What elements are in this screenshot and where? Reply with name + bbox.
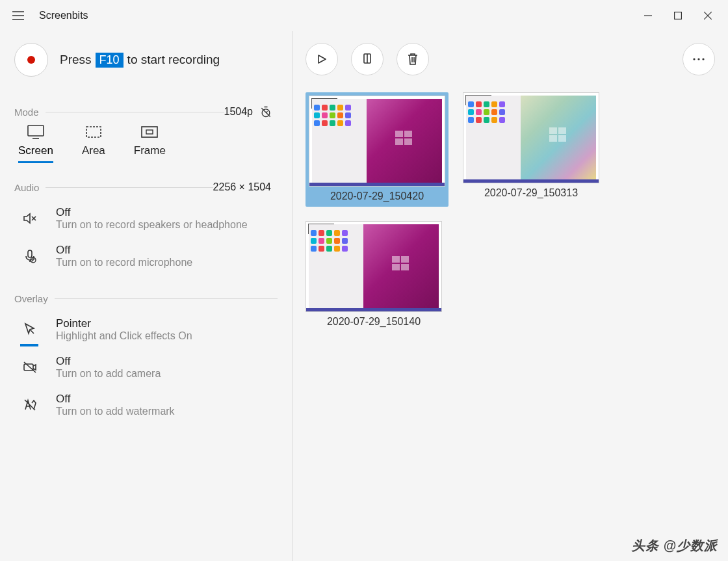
frame-icon bbox=[141, 125, 158, 139]
record-hint: Press F10 to start recording bbox=[60, 53, 220, 68]
more-button[interactable] bbox=[682, 43, 715, 75]
mode-label: Mode bbox=[14, 107, 39, 118]
speakers-sub: Turn on to record speakers or headphone bbox=[56, 219, 248, 231]
audio-label: Audio bbox=[14, 182, 39, 193]
clip-thumbnail: 00:08 bbox=[306, 221, 442, 312]
maximize-button[interactable] bbox=[663, 3, 693, 29]
clip-name: 2020-07-29_150140 bbox=[327, 316, 421, 328]
svg-point-10 bbox=[693, 58, 695, 60]
mode-resolution: 1504p bbox=[224, 106, 254, 118]
titlebar: Screenbits bbox=[0, 0, 728, 31]
clip-item[interactable]: 00:082020-07-29_150140 bbox=[306, 221, 442, 328]
camera-sub: Turn on to add camera bbox=[56, 368, 161, 380]
pointer-sub: Highlight and Click effects On bbox=[56, 330, 192, 342]
svg-point-11 bbox=[697, 58, 699, 60]
mode-screen[interactable]: Screen bbox=[18, 125, 53, 163]
watermark-sub: Turn on to add watermark bbox=[56, 406, 175, 417]
clip-thumbnail: 00:08 bbox=[309, 96, 445, 187]
record-pre: Press bbox=[60, 53, 92, 67]
play-button[interactable] bbox=[306, 43, 338, 75]
overlay-camera-row[interactable]: Off Turn on to add camera bbox=[14, 348, 278, 386]
active-indicator bbox=[20, 344, 38, 346]
svg-rect-4 bbox=[142, 127, 157, 137]
speakers-title: Off bbox=[56, 206, 248, 219]
record-icon bbox=[27, 56, 35, 64]
audio-speakers-row[interactable]: Off Turn on to record speakers or headph… bbox=[14, 200, 278, 237]
pointer-icon bbox=[18, 322, 42, 337]
screen-icon bbox=[27, 125, 44, 139]
area-icon bbox=[86, 125, 101, 139]
speaker-off-icon bbox=[18, 211, 42, 226]
record-button[interactable] bbox=[14, 43, 48, 77]
app-title: Screenbits bbox=[39, 10, 88, 21]
clip-name: 2020-07-29_150313 bbox=[484, 187, 578, 199]
mode-frame[interactable]: Frame bbox=[134, 125, 166, 163]
camera-title: Off bbox=[56, 355, 161, 368]
pointer-title: Pointer bbox=[56, 317, 192, 330]
overlay-watermark-row[interactable]: Off Turn on to add watermark bbox=[14, 386, 278, 424]
timer-off-icon[interactable] bbox=[259, 105, 272, 118]
audio-dimensions: 2256 × 1504 bbox=[213, 181, 271, 193]
settings-panel: Press F10 to start recording Mode 1504p bbox=[0, 31, 292, 561]
svg-rect-3 bbox=[86, 127, 101, 137]
clip-thumbnail: 00:08 bbox=[463, 92, 599, 183]
mic-title: Off bbox=[56, 244, 192, 257]
clip-item[interactable]: 00:082020-07-29_150420 bbox=[306, 92, 448, 207]
clip-name: 2020-07-29_150420 bbox=[330, 190, 424, 202]
audio-mic-row[interactable]: Off Turn on to record microphone bbox=[14, 237, 278, 275]
watermark-off-icon bbox=[18, 397, 42, 413]
record-post: to start recording bbox=[127, 53, 220, 67]
overlay-label: Overlay bbox=[14, 293, 48, 304]
image-watermark: 头条 @少数派 bbox=[632, 537, 718, 554]
svg-rect-5 bbox=[146, 130, 153, 134]
watermark-title: Off bbox=[56, 393, 175, 406]
svg-rect-0 bbox=[675, 12, 682, 20]
gallery-panel: 00:082020-07-29_15042000:082020-07-29_15… bbox=[292, 31, 728, 561]
svg-rect-6 bbox=[28, 250, 32, 257]
delete-button[interactable] bbox=[396, 43, 429, 75]
minimize-button[interactable] bbox=[633, 3, 663, 29]
close-button[interactable] bbox=[693, 3, 723, 29]
svg-rect-2 bbox=[28, 125, 44, 136]
hotkey-badge: F10 bbox=[96, 53, 124, 68]
pin-button[interactable] bbox=[351, 43, 384, 75]
menu-button[interactable] bbox=[5, 3, 31, 29]
overlay-pointer-row[interactable]: Pointer Highlight and Click effects On bbox=[14, 311, 278, 348]
clip-item[interactable]: 00:082020-07-29_150313 bbox=[463, 92, 599, 207]
svg-point-12 bbox=[702, 58, 704, 60]
mode-area[interactable]: Area bbox=[82, 125, 105, 163]
mic-sub: Turn on to record microphone bbox=[56, 257, 192, 268]
mic-off-icon bbox=[18, 248, 42, 264]
camera-off-icon bbox=[18, 359, 42, 375]
